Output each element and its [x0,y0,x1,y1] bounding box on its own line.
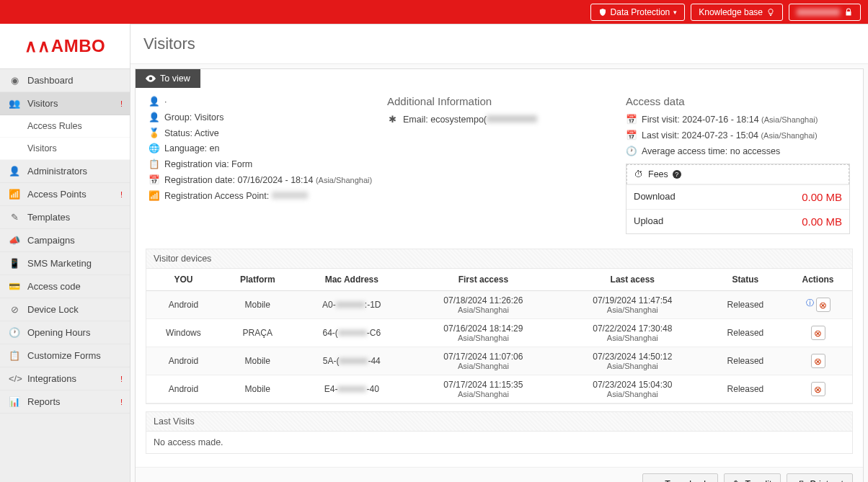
help-icon[interactable]: ? [673,170,681,179]
sidebar-item-visitors[interactable]: 👥 Visitors ! [0,92,130,115]
col-you: YOU [146,269,221,291]
fees-box: ⏱Fees ? Download0.00 MB Upload0.00 MB [626,164,850,234]
pencil-icon: ✎ [733,478,741,482]
knowledge-base-label: Knowledge base [699,7,763,17]
calendar-icon: 📅 [626,113,636,127]
table-row: WindowsPRAÇA64-(-C607/16/2024 18:14:29As… [146,319,852,347]
cell-first: 07/18/2024 11:26:26Asia/Shanghai [409,291,558,319]
sidebar-subitem-visitors[interactable]: Visitors [0,138,130,160]
globe-icon: 🌐 [149,142,159,156]
antenna-icon: 📶 [9,189,20,200]
field-value: Active [195,128,219,138]
field-tz: (Asia/Shanghai) [316,176,372,184]
print-button[interactable]: 🖨Print out [787,473,853,482]
delete-action-button[interactable]: ⊗ [811,354,825,368]
alert-icon: ! [120,99,123,108]
sidebar-item-sms-marketing[interactable]: 📱 SMS Marketing [0,252,130,275]
wifi-icon: 📶 [149,189,159,203]
field-label: Registration Access Point: [164,191,269,201]
cell-last: 07/19/2024 11:47:54Asia/Shanghai [558,291,707,319]
sidebar-item-dashboard[interactable]: ◉ Dashboard [0,69,130,92]
sidebar-item-customize-forms[interactable]: 📋 Customize Forms [0,344,130,367]
cell-actions: ⊗ [784,319,852,347]
col-last: Last acess [558,269,707,291]
logo: ∧∧AMBO [0,24,130,69]
sidebar-item-reports[interactable]: 📊 Reports ! [0,390,130,414]
to-view-button[interactable]: To view [136,69,200,88]
arrow-left-icon: ← [652,479,661,482]
sidebar-item-label: Device Lock [27,304,79,315]
sidebar-subitem-access-rules[interactable]: Access Rules [0,115,130,138]
sidebar-item-opening-hours[interactable]: 🕐 Opening Hours [0,321,130,344]
sidebar-item-label: Campaigns [27,235,75,246]
edit-button[interactable]: ✎To edit [724,473,781,482]
cell-you: Android [146,347,221,375]
cell-last: 07/23/2024 14:50:12Asia/Shanghai [558,347,707,375]
access-data-title: Access data [626,95,850,107]
alert-icon: ! [120,398,123,406]
sidebar-item-label: Reports [27,396,61,407]
field-value: en [210,143,220,153]
col-actions: Actions [784,269,852,291]
clipboard-icon: 📋 [9,350,20,361]
cell-last: 07/23/2024 15:04:30Asia/Shanghai [558,375,707,403]
cell-actions: ⓘ⊗ [784,291,852,319]
field-value: 2024-07-16 - 18:14 [682,115,758,125]
table-row: AndroidMobileE4--4007/17/2024 11:15:35As… [146,375,852,403]
col-mac: Mac Address [295,269,409,291]
badge-icon: 🏅 [149,127,159,140]
delete-action-button[interactable]: ⊗ [811,382,825,396]
knowledge-base-button[interactable]: Knowledge base [691,4,783,21]
go-back-button[interactable]: ←To go back [642,473,718,482]
field-label: · [164,95,167,109]
user-icon: 👤 [9,166,20,177]
calendar-icon: 📅 [149,174,159,187]
sidebar-item-administrators[interactable]: 👤 Administrators [0,160,130,183]
info-icon[interactable]: ⓘ [806,298,814,307]
col-first: First access [409,269,558,291]
field-value: ecosystempo( [430,115,487,125]
sidebar-item-templates[interactable]: ✎ Templates [0,206,130,229]
delete-action-button[interactable]: ⊗ [811,326,825,340]
fees-download-label: Download [634,191,676,203]
delete-action-button[interactable]: ⊗ [816,298,831,312]
sidebar-item-device-lock[interactable]: ⊘ Device Lock [0,298,130,321]
cell-platform: Mobile [221,291,295,319]
field-value: Form [231,159,252,169]
view-btn-label: To view [160,73,190,84]
chart-icon: 📊 [9,396,20,407]
sidebar-item-integrations[interactable]: </> Integrations ! [0,367,130,390]
visitor-devices-box: Visitor devices YOU Platform Mac Address… [146,249,853,404]
cell-first: 07/17/2024 11:07:06Asia/Shanghai [409,347,558,375]
sidebar-item-label: Visitors [27,143,57,153]
people-icon: 👥 [9,98,20,109]
field-label: Email: [403,115,428,125]
cell-first: 07/17/2024 11:15:35Asia/Shanghai [409,375,558,403]
eye-icon [146,75,156,82]
clock-icon: 🕐 [626,145,636,159]
sidebar-item-label: Access Points [27,189,87,200]
btn-label: Print out [810,479,843,482]
table-row: AndroidMobile5A-(-4407/17/2024 11:07:06A… [146,347,852,375]
devices-table: YOU Platform Mac Address First access La… [146,269,852,403]
user-lock-button[interactable] [789,4,861,21]
clock-icon: 🕐 [9,327,20,338]
field-value: Visitors [195,112,224,122]
sidebar-item-label: Access code [27,281,81,292]
sidebar-item-access-code[interactable]: 💳 Access code [0,275,130,298]
cell-mac: E4--40 [295,375,409,403]
field-value: 2024-07-23 - 15:04 [682,130,758,140]
last-visits-body: No access made. [146,432,852,453]
cell-status: Released [707,319,784,347]
data-protection-button[interactable]: Data Protection ▾ [590,4,686,21]
last-visits-box: Last Visits No access made. [146,411,853,454]
sidebar-item-label: Dashboard [27,75,74,86]
page-title: Visitors [130,24,868,64]
printer-icon: 🖨 [796,479,805,482]
sidebar-item-access-points[interactable]: 📶 Access Points ! [0,183,130,206]
sidebar-item-campaigns[interactable]: 📣 Campaigns [0,229,130,252]
cell-you: Android [146,291,221,319]
field-label: Average access time: [642,146,727,156]
cell-status: Released [707,375,784,403]
field-label: Registration via: [164,159,229,169]
